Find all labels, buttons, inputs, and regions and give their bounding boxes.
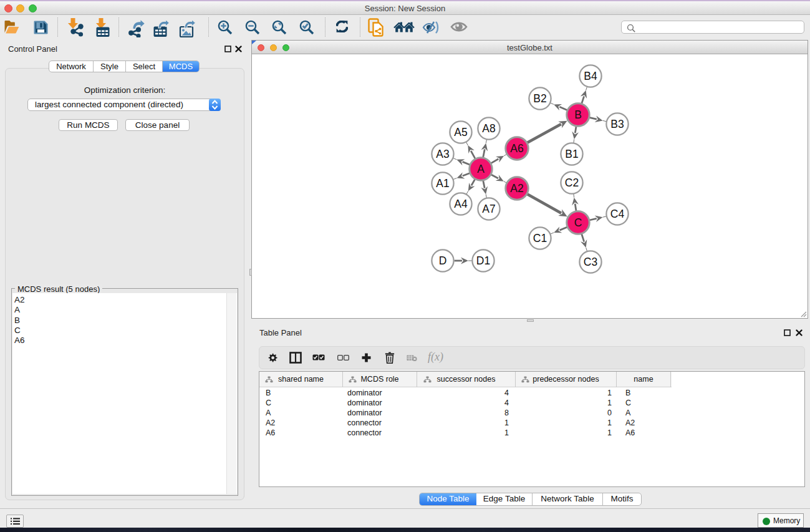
svg-text:A4: A4	[454, 198, 468, 210]
svg-text:D1: D1	[476, 254, 490, 267]
svg-text:A5: A5	[454, 126, 467, 138]
svg-text:C4: C4	[610, 208, 625, 220]
svg-text:C3: C3	[584, 256, 597, 268]
svg-text:B3: B3	[610, 118, 624, 130]
svg-text:B2: B2	[533, 92, 546, 105]
svg-text:A6: A6	[510, 142, 523, 155]
svg-text:B4: B4	[584, 70, 597, 82]
svg-text:D: D	[439, 254, 447, 267]
svg-text:C1: C1	[533, 232, 547, 244]
svg-text:C: C	[574, 216, 582, 229]
svg-text:A: A	[477, 163, 485, 175]
svg-text:C2: C2	[565, 177, 579, 189]
svg-text:A2: A2	[510, 182, 523, 195]
svg-text:A3: A3	[436, 148, 449, 160]
svg-text:A7: A7	[482, 203, 495, 215]
svg-text:B1: B1	[565, 148, 578, 160]
svg-text:A8: A8	[482, 122, 495, 135]
svg-text:B: B	[574, 109, 582, 121]
svg-text:A1: A1	[436, 177, 449, 190]
